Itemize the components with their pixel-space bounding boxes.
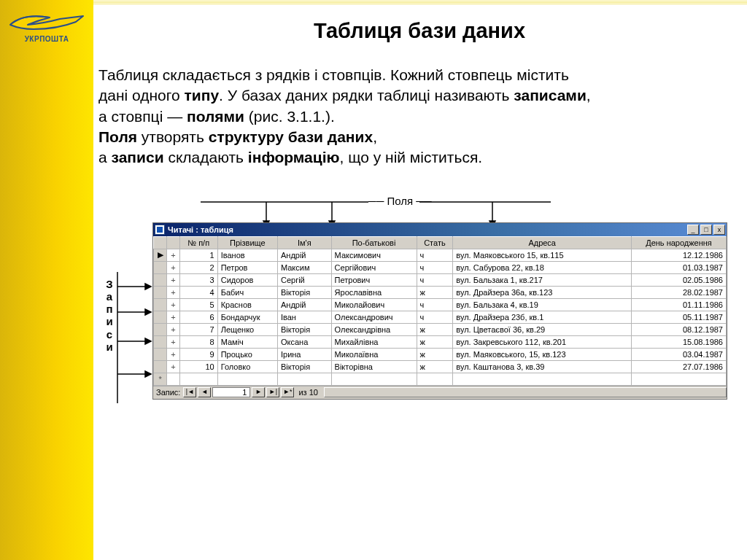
cell-surname[interactable]: Сидоров [217,273,277,286]
row-selector[interactable] [154,348,167,360]
cell-num[interactable]: 3 [179,273,217,286]
row-selector[interactable] [154,373,167,385]
cell-surname[interactable] [217,373,277,385]
expand-button[interactable]: + [167,249,179,261]
new-record-row[interactable] [154,373,727,385]
cell-birthday[interactable]: 08.12.1987 [632,323,727,335]
cell-name[interactable] [277,373,331,385]
minimize-button[interactable]: _ [687,225,699,235]
cell-patronymic[interactable]: Миколаївна [331,348,417,360]
cell-birthday[interactable]: 05.11.1987 [632,311,727,323]
expand-button[interactable]: + [167,323,179,335]
cell-patronymic[interactable]: Вікторівна [331,360,417,373]
cell-address[interactable]: вул. Драйзера 23б, кв.1 [453,311,632,323]
cell-address[interactable]: вул. Маяковського, 15, кв.123 [453,348,632,360]
cell-patronymic[interactable]: Ярославівна [331,286,417,298]
cell-address[interactable]: вул. Бальзака 1, кв.217 [453,273,632,286]
table-row[interactable]: +6БондарчукІванОлександровиччвул. Драйзе… [154,311,727,323]
cell-surname[interactable]: Маміч [217,335,277,348]
table-row[interactable]: ▶+1ІвановАндрійМаксимовиччвул. Маяковськ… [154,249,727,261]
cell-name[interactable]: Вікторія [277,360,331,373]
table-row[interactable]: +4БабичВікторіяЯрославівнажвул. Драйзера… [154,286,727,298]
nav-next-button[interactable]: ► [252,387,265,397]
nav-new-button[interactable]: ►* [281,387,294,397]
cell-address[interactable]: вул. Бальзака 4, кв.19 [453,298,632,311]
cell-sex[interactable]: ч [417,261,453,273]
row-selector[interactable]: ▶ [154,249,167,261]
cell-patronymic[interactable]: Олександрівна [331,323,417,335]
cell-address[interactable]: вул. Драйзера 36а, кв.123 [453,286,632,298]
cell-sex[interactable]: ч [417,273,453,286]
cell-num[interactable]: 10 [179,360,217,373]
cell-num[interactable]: 7 [179,323,217,335]
row-selector[interactable] [154,261,167,273]
expand-button[interactable]: + [167,311,179,323]
table-row[interactable]: +2ПетровМаксимСергійовиччвул. Сабурова 2… [154,261,727,273]
row-selector-header[interactable] [154,236,167,249]
col-header[interactable]: Ім'я [277,236,331,249]
cell-num[interactable]: 9 [179,348,217,360]
cell-sex[interactable] [417,373,453,385]
cell-patronymic[interactable] [331,373,417,385]
cell-address[interactable]: вул. Сабурова 22, кв.18 [453,261,632,273]
nav-last-button[interactable]: ►| [266,387,279,397]
cell-birthday[interactable] [632,373,727,385]
expand-button[interactable]: + [167,348,179,360]
cell-sex[interactable]: ж [417,323,453,335]
cell-name[interactable]: Вікторія [277,323,331,335]
cell-sex[interactable]: ч [417,298,453,311]
cell-num[interactable]: 2 [179,261,217,273]
cell-name[interactable]: Андрій [277,249,331,261]
table-row[interactable]: +9ПроцькоІринаМиколаївнажвул. Маяковсько… [154,348,727,360]
cell-sex[interactable]: ж [417,360,453,373]
cell-name[interactable]: Оксана [277,335,331,348]
col-header[interactable]: День народження [632,236,727,249]
row-selector[interactable] [154,298,167,311]
table-row[interactable]: +8МамічОксанаМихайлівнажвул. Закревськог… [154,335,727,348]
col-header[interactable]: Адреса [453,236,632,249]
table-row[interactable]: +5КрасновАндрійМиколайовиччвул. Бальзака… [154,298,727,311]
cell-surname[interactable]: Процько [217,348,277,360]
cell-sex[interactable]: ч [417,311,453,323]
table-row[interactable]: +10ГоловкоВікторіяВікторівнажвул. Каштан… [154,360,727,373]
cell-sex[interactable]: ж [417,348,453,360]
data-grid[interactable]: № п/п Прізвище Ім'я По-батькові Стать Ад… [153,236,727,386]
cell-patronymic[interactable]: Миколайович [331,298,417,311]
expand-button[interactable]: + [167,360,179,373]
cell-surname[interactable]: Петров [217,261,277,273]
maximize-button[interactable]: □ [700,225,712,235]
row-selector[interactable] [154,323,167,335]
cell-birthday[interactable]: 01.03.1987 [632,261,727,273]
cell-num[interactable]: 5 [179,298,217,311]
cell-patronymic[interactable]: Олександрович [331,311,417,323]
close-button[interactable]: x [713,225,725,235]
table-row[interactable]: +3СидоровСергійПетровиччвул. Бальзака 1,… [154,273,727,286]
nav-record-input[interactable]: 1 [212,387,250,397]
cell-address[interactable]: вул. Цветаєвої 36, кв.29 [453,323,632,335]
cell-patronymic[interactable]: Петрович [331,273,417,286]
cell-patronymic[interactable]: Сергійович [331,261,417,273]
cell-name[interactable]: Ірина [277,348,331,360]
cell-num[interactable]: 8 [179,335,217,348]
cell-birthday[interactable]: 15.08.1986 [632,335,727,348]
cell-name[interactable]: Андрій [277,298,331,311]
cell-surname[interactable]: Краснов [217,298,277,311]
cell-surname[interactable]: Головко [217,360,277,373]
titlebar[interactable]: Читачі : таблиця _ □ x [153,223,727,236]
cell-name[interactable]: Максим [277,261,331,273]
cell-surname[interactable]: Бондарчук [217,311,277,323]
cell-birthday[interactable]: 28.02.1987 [632,286,727,298]
col-header[interactable]: Прізвище [217,236,277,249]
expand-button[interactable]: + [167,286,179,298]
cell-address[interactable] [453,373,632,385]
col-header[interactable]: № п/п [179,236,217,249]
cell-surname[interactable]: Іванов [217,249,277,261]
cell-birthday[interactable]: 02.05.1986 [632,273,727,286]
cell-birthday[interactable]: 12.12.1986 [632,249,727,261]
cell-num[interactable]: 6 [179,311,217,323]
cell-sex[interactable]: ч [417,249,453,261]
expand-button[interactable]: + [167,261,179,273]
cell-birthday[interactable]: 03.04.1987 [632,348,727,360]
cell-sex[interactable]: ж [417,286,453,298]
cell-address[interactable]: вул. Закревського 112, кв.201 [453,335,632,348]
